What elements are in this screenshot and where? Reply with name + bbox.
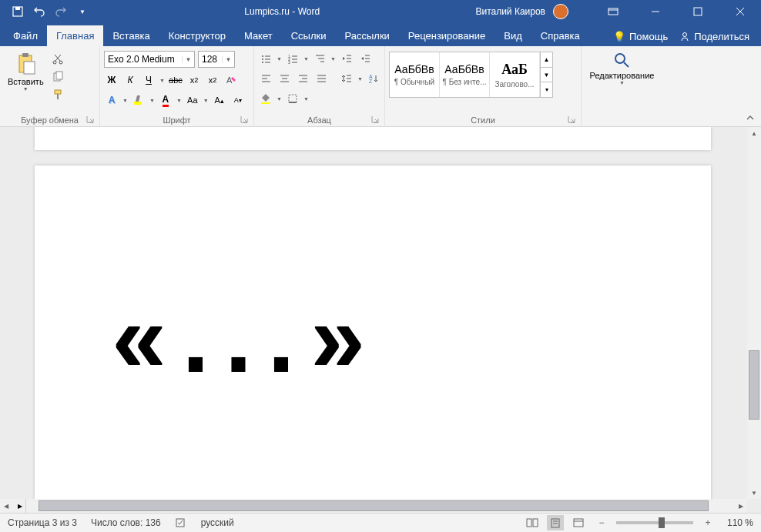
ribbon-display-icon[interactable]: [595, 0, 630, 23]
print-layout-button[interactable]: [547, 515, 564, 530]
document-text[interactable]: «...»: [35, 166, 711, 499]
shrink-font-button[interactable]: A▾: [230, 92, 246, 108]
font-name-input[interactable]: [105, 54, 182, 65]
align-right-button[interactable]: [295, 71, 310, 86]
tab-review[interactable]: Рецензирование: [399, 25, 494, 46]
spellcheck-icon[interactable]: [175, 517, 187, 529]
styles-gallery[interactable]: АаБбВв¶ Обычный АаБбВв¶ Без инте... АаБЗ…: [389, 52, 553, 98]
read-mode-button[interactable]: [524, 515, 541, 530]
font-size-input[interactable]: [199, 54, 222, 65]
subscript-button[interactable]: x2: [186, 72, 202, 88]
scroll-up-button[interactable]: ▲: [747, 127, 761, 139]
bold-button[interactable]: Ж: [104, 72, 119, 88]
styles-launcher[interactable]: [568, 115, 577, 125]
autosave-icon[interactable]: [12, 5, 24, 18]
strikethrough-button[interactable]: abc: [168, 72, 183, 88]
maximize-button[interactable]: [680, 0, 715, 23]
font-size-combo[interactable]: ▼: [198, 51, 235, 68]
style-nospacing[interactable]: АаБбВв¶ Без инте...: [440, 52, 490, 97]
zoom-level[interactable]: 110 %: [722, 517, 753, 528]
align-center-button[interactable]: [277, 71, 292, 86]
document-page[interactable]: «...»: [35, 166, 711, 499]
font-launcher[interactable]: [240, 115, 250, 125]
underline-button[interactable]: Ч: [141, 72, 156, 88]
qat-customize-icon[interactable]: ▼: [76, 5, 89, 18]
hscroll-thumb[interactable]: [39, 500, 709, 511]
zoom-slider[interactable]: [616, 521, 693, 524]
align-left-button[interactable]: [258, 71, 273, 86]
justify-button[interactable]: [313, 71, 329, 86]
undo-icon[interactable]: [33, 5, 45, 18]
editing-button[interactable]: Редактирование ▼: [586, 49, 659, 88]
svg-rect-66: [527, 519, 531, 527]
scroll-right-button[interactable]: ▶: [735, 499, 747, 513]
scroll-left-button[interactable]: ◀: [0, 499, 12, 513]
increase-indent-button[interactable]: [357, 51, 373, 66]
gallery-more-button[interactable]: ▾: [541, 82, 552, 97]
redo-icon[interactable]: [55, 5, 67, 18]
change-case-button[interactable]: Aa: [185, 92, 200, 108]
minimize-button[interactable]: [638, 0, 672, 23]
multilevel-list-button[interactable]: [312, 51, 327, 66]
chevron-down-icon[interactable]: ▼: [182, 56, 194, 63]
status-words[interactable]: Число слов: 136: [91, 517, 161, 528]
tab-references[interactable]: Ссылки: [282, 25, 336, 46]
paragraph-launcher[interactable]: [371, 115, 380, 125]
status-page[interactable]: Страница 3 из 3: [8, 517, 77, 528]
font-color-button[interactable]: A: [158, 92, 173, 108]
tab-home[interactable]: Главная: [47, 25, 103, 46]
bullets-button[interactable]: [258, 51, 273, 66]
svg-rect-19: [57, 94, 59, 99]
tellme-button[interactable]: 💡Помощь: [613, 31, 668, 42]
zoom-in-button[interactable]: +: [699, 515, 716, 530]
vertical-scrollbar[interactable]: ▲ ▼: [747, 127, 761, 499]
scroll-thumb[interactable]: [749, 350, 759, 420]
italic-button[interactable]: К: [122, 72, 138, 88]
scroll-nav-button[interactable]: ▶: [14, 499, 26, 513]
zoom-handle[interactable]: [659, 517, 665, 528]
clipboard-launcher[interactable]: [86, 115, 96, 125]
scroll-down-button[interactable]: ▼: [747, 487, 761, 499]
superscript-button[interactable]: x2: [205, 72, 220, 88]
text-effects-button[interactable]: A: [104, 92, 119, 108]
style-heading1[interactable]: АаБЗаголово...: [490, 52, 540, 97]
user-name[interactable]: Виталий Каиров: [475, 6, 545, 17]
shading-button[interactable]: [258, 91, 273, 106]
share-button[interactable]: Поделиться: [679, 31, 749, 42]
borders-button[interactable]: [285, 91, 300, 106]
gallery-up-button[interactable]: ▲: [541, 52, 552, 68]
tab-mailings[interactable]: Рассылки: [335, 25, 398, 46]
zoom-out-button[interactable]: −: [593, 515, 610, 530]
document-viewport[interactable]: «...»: [0, 127, 747, 499]
status-language[interactable]: русский: [201, 517, 234, 528]
paste-button[interactable]: Вставить ▼: [4, 49, 48, 94]
tab-layout[interactable]: Макет: [235, 25, 282, 46]
page-previous: [35, 127, 711, 150]
sort-button[interactable]: AZ: [366, 71, 381, 86]
gallery-down-button[interactable]: ▼: [541, 68, 552, 83]
horizontal-scrollbar[interactable]: ◀ ▶ ▶: [0, 499, 747, 513]
copy-button[interactable]: [50, 69, 65, 85]
tab-design[interactable]: Конструктор: [159, 25, 235, 46]
web-layout-button[interactable]: [570, 515, 587, 530]
svg-text:Z: Z: [369, 79, 373, 84]
close-button[interactable]: [722, 0, 757, 23]
cut-button[interactable]: [50, 52, 65, 67]
user-avatar[interactable]: [553, 4, 568, 19]
svg-point-22: [262, 55, 263, 57]
grow-font-button[interactable]: A▴: [212, 92, 227, 108]
format-painter-button[interactable]: [50, 87, 65, 102]
style-normal[interactable]: АаБбВв¶ Обычный: [390, 52, 440, 97]
clear-formatting-button[interactable]: A: [223, 72, 239, 88]
tab-help[interactable]: Справка: [531, 25, 589, 46]
tab-file[interactable]: Файл: [4, 25, 47, 46]
line-spacing-button[interactable]: [339, 71, 354, 86]
tab-insert[interactable]: Вставка: [103, 25, 159, 46]
chevron-down-icon[interactable]: ▼: [222, 56, 234, 63]
collapse-ribbon-button[interactable]: [743, 111, 757, 125]
numbering-button[interactable]: 123: [285, 51, 300, 66]
decrease-indent-button[interactable]: [339, 51, 354, 66]
font-name-combo[interactable]: ▼: [104, 51, 195, 68]
highlight-button[interactable]: [131, 92, 146, 108]
tab-view[interactable]: Вид: [494, 25, 531, 46]
